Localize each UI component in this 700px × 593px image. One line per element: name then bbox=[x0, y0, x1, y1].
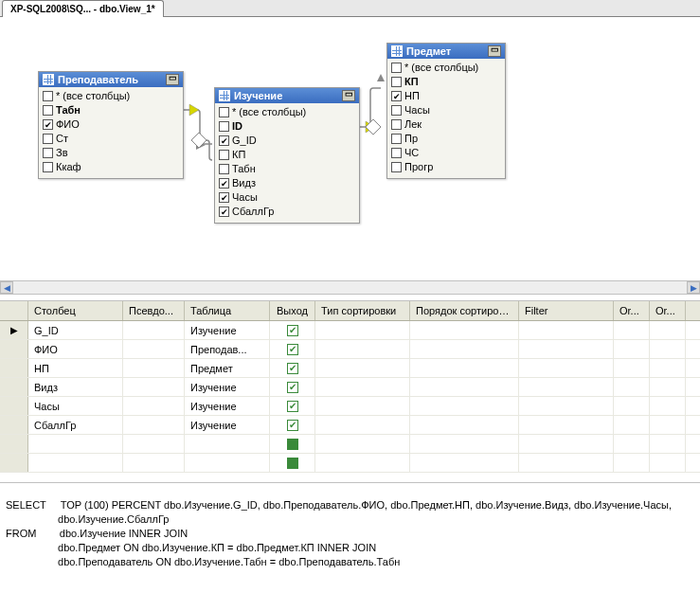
cell-column[interactable]: Часы bbox=[28, 397, 123, 415]
cell-filter[interactable] bbox=[519, 435, 614, 453]
scroll-right-button[interactable]: ▶ bbox=[687, 281, 700, 294]
cell-column[interactable]: СбаллГр bbox=[28, 416, 123, 434]
column-row[interactable]: Видз bbox=[219, 176, 355, 190]
cell-or[interactable] bbox=[650, 378, 686, 396]
column-checkbox[interactable] bbox=[391, 77, 402, 87]
cell-or[interactable] bbox=[650, 359, 686, 377]
cell-sorttype[interactable] bbox=[315, 359, 410, 377]
cell-column[interactable]: ФИО bbox=[28, 340, 123, 358]
column-row[interactable]: Часы bbox=[219, 190, 355, 205]
column-checkbox[interactable] bbox=[391, 134, 402, 144]
column-row[interactable]: НП bbox=[391, 89, 501, 103]
column-row[interactable]: Табн bbox=[219, 162, 355, 176]
column-checkbox[interactable] bbox=[391, 91, 402, 101]
cell-column[interactable] bbox=[28, 454, 123, 472]
column-row[interactable]: Часы bbox=[391, 103, 501, 117]
cell-sorttype[interactable] bbox=[315, 321, 410, 339]
grid-header-alias[interactable]: Псевдо... bbox=[123, 301, 185, 320]
table-title-bar[interactable]: Изучение▭ bbox=[215, 88, 359, 103]
cell-table[interactable]: Преподав... bbox=[185, 340, 270, 358]
cell-output[interactable] bbox=[270, 454, 315, 472]
cell-output[interactable] bbox=[270, 378, 315, 396]
diagram-scrollbar[interactable]: ◀ ▶ bbox=[0, 280, 700, 295]
cell-output[interactable] bbox=[270, 416, 315, 434]
column-row[interactable]: Прогр bbox=[391, 160, 501, 174]
table-box[interactable]: Преподаватель▭* (все столбцы)ТабнФИОСтЗв… bbox=[38, 71, 184, 179]
cell-table[interactable]: Изучение bbox=[185, 321, 270, 339]
cell-sorttype[interactable] bbox=[315, 454, 410, 472]
column-checkbox[interactable] bbox=[43, 134, 53, 144]
cell-table[interactable]: Изучение bbox=[185, 378, 270, 396]
row-selector[interactable] bbox=[0, 454, 28, 472]
cell-or[interactable] bbox=[650, 397, 686, 415]
row-selector[interactable] bbox=[0, 397, 28, 415]
grid-data-row[interactable]: ЧасыИзучение bbox=[0, 397, 700, 416]
grid-header-sortorder[interactable]: Порядок сортировки bbox=[410, 301, 519, 320]
column-row[interactable]: * (все столбцы) bbox=[219, 105, 355, 119]
column-checkbox[interactable] bbox=[391, 105, 402, 116]
cell-or[interactable] bbox=[614, 321, 650, 339]
cell-column[interactable]: Видз bbox=[28, 378, 123, 396]
grid-header-column[interactable]: Столбец bbox=[28, 301, 123, 320]
grid-header-table[interactable]: Таблица bbox=[185, 301, 270, 320]
column-row[interactable]: Ст bbox=[43, 132, 179, 146]
cell-sortorder[interactable] bbox=[410, 359, 519, 377]
column-row[interactable]: Табн bbox=[43, 103, 179, 117]
cell-sortorder[interactable] bbox=[410, 321, 519, 339]
column-checkbox[interactable] bbox=[219, 121, 229, 132]
column-row[interactable]: Пр bbox=[391, 132, 501, 146]
cell-or[interactable] bbox=[614, 416, 650, 434]
column-checkbox[interactable] bbox=[219, 192, 229, 203]
cell-sortorder[interactable] bbox=[410, 397, 519, 415]
column-row[interactable]: ID bbox=[219, 119, 355, 134]
cell-alias[interactable] bbox=[123, 378, 185, 396]
cell-output[interactable] bbox=[270, 397, 315, 415]
column-checkbox[interactable] bbox=[391, 119, 402, 130]
cell-alias[interactable] bbox=[123, 416, 185, 434]
grid-data-row[interactable]: СбаллГрИзучение bbox=[0, 416, 700, 435]
cell-sorttype[interactable] bbox=[315, 397, 410, 415]
column-checkbox[interactable] bbox=[43, 162, 53, 172]
column-checkbox[interactable] bbox=[391, 162, 402, 172]
cell-sorttype[interactable] bbox=[315, 378, 410, 396]
cell-or[interactable] bbox=[614, 340, 650, 358]
column-row[interactable]: КП bbox=[219, 148, 355, 162]
cell-or[interactable] bbox=[614, 378, 650, 396]
scroll-track[interactable] bbox=[13, 281, 687, 294]
output-checkbox[interactable] bbox=[287, 401, 298, 412]
column-row[interactable]: Ккаф bbox=[43, 160, 179, 174]
column-checkbox[interactable] bbox=[219, 135, 229, 146]
cell-alias[interactable] bbox=[123, 397, 185, 415]
column-checkbox[interactable] bbox=[43, 105, 53, 116]
output-checkbox[interactable] bbox=[287, 458, 298, 469]
cell-or[interactable] bbox=[614, 454, 650, 472]
grid-data-row[interactable]: ФИОПреподав... bbox=[0, 340, 700, 359]
output-checkbox[interactable] bbox=[287, 344, 298, 355]
cell-sortorder[interactable] bbox=[410, 416, 519, 434]
minimize-button[interactable]: ▭ bbox=[166, 74, 179, 85]
column-row[interactable]: * (все столбцы) bbox=[391, 61, 501, 75]
output-checkbox[interactable] bbox=[287, 325, 298, 336]
cell-sortorder[interactable] bbox=[410, 378, 519, 396]
column-row[interactable]: СбаллГр bbox=[219, 205, 355, 219]
cell-sorttype[interactable] bbox=[315, 416, 410, 434]
output-checkbox[interactable] bbox=[287, 382, 298, 393]
cell-alias[interactable] bbox=[123, 340, 185, 358]
row-selector[interactable]: ▶ bbox=[0, 321, 28, 339]
grid-empty-row[interactable] bbox=[0, 454, 700, 473]
column-row[interactable]: * (все столбцы) bbox=[43, 89, 179, 103]
column-checkbox[interactable] bbox=[219, 150, 229, 160]
cell-output[interactable] bbox=[270, 340, 315, 358]
table-box[interactable]: Изучение▭* (все столбцы)IDG_IDКПТабнВидз… bbox=[214, 87, 360, 224]
cell-alias[interactable] bbox=[123, 435, 185, 453]
cell-filter[interactable] bbox=[519, 321, 614, 339]
grid-header-or2[interactable]: Or... bbox=[650, 301, 686, 320]
cell-or[interactable] bbox=[614, 359, 650, 377]
cell-output[interactable] bbox=[270, 359, 315, 377]
row-selector[interactable] bbox=[0, 340, 28, 358]
table-title-bar[interactable]: Предмет▭ bbox=[387, 44, 505, 59]
cell-sortorder[interactable] bbox=[410, 454, 519, 472]
cell-filter[interactable] bbox=[519, 397, 614, 415]
grid-header-output[interactable]: Выход bbox=[270, 301, 315, 320]
column-checkbox[interactable] bbox=[219, 178, 229, 189]
